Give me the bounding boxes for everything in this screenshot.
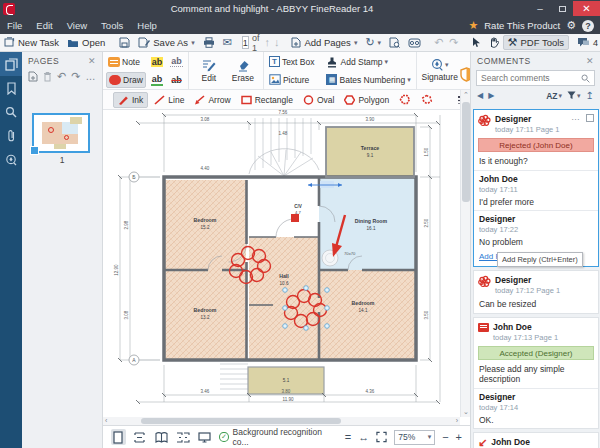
scroll-down-icon[interactable]: ⌄: [463, 408, 469, 416]
sidebar-pages-tab[interactable]: [0, 52, 22, 76]
close-button[interactable]: ✕: [573, 1, 600, 16]
page-preview-button[interactable]: [385, 36, 404, 49]
ink-tool-button[interactable]: Ink: [113, 92, 148, 108]
comment-thread-1[interactable]: Designer today 17:11 Page 1 … Rejected (…: [473, 109, 599, 267]
open-button[interactable]: Open: [63, 36, 109, 49]
find-button[interactable]: [404, 37, 425, 49]
restore-button[interactable]: [551, 1, 573, 16]
sidebar-signatures-tab[interactable]: [0, 148, 22, 172]
redo-icon[interactable]: ↷: [449, 37, 458, 48]
comment-thread-2[interactable]: Designer today 17:12 Page 1 Can be resiz…: [473, 270, 599, 314]
add-page-icon[interactable]: [28, 71, 38, 82]
prev-page-icon[interactable]: ↑: [264, 37, 270, 48]
email-button[interactable]: ✉: [219, 36, 236, 49]
rotate-left-icon[interactable]: ↶: [57, 70, 66, 83]
comment-more-button[interactable]: …: [571, 114, 580, 120]
save-as-button[interactable]: Save As ▾: [134, 36, 198, 49]
minimize-button[interactable]: –: [529, 1, 551, 16]
comment-thread-3[interactable]: John Doe today 17:13 Page 1 Accepted (De…: [473, 317, 599, 429]
rate-product-link[interactable]: Rate This Product: [484, 20, 560, 31]
strikethrough-tool-button[interactable]: ab: [168, 72, 185, 88]
rotate-right-icon[interactable]: ↷: [71, 70, 80, 83]
comment-checkbox[interactable]: [586, 114, 594, 122]
picture-tool-button[interactable]: Picture: [267, 72, 317, 88]
menu-tools[interactable]: Tools: [94, 20, 130, 31]
prev-comment-button[interactable]: ◀: [477, 91, 483, 100]
sidebar-search-tab[interactable]: [0, 100, 22, 124]
menu-edit[interactable]: Edit: [29, 20, 59, 31]
polygon-tool-button[interactable]: Polygon: [340, 92, 393, 108]
document-canvas[interactable]: 7.56 3.90 3.08 1.48 4.40 12.90 2.98 3.08…: [103, 110, 460, 417]
next-comment-button[interactable]: ▶: [488, 91, 494, 100]
delete-page-icon[interactable]: [43, 71, 52, 82]
sidebar-attachments-tab[interactable]: [0, 124, 22, 148]
scroll-left-icon[interactable]: ‹: [105, 417, 107, 424]
note-annotation-marker[interactable]: [291, 214, 299, 222]
help-icon[interactable]: ?: [582, 20, 594, 32]
erase-tool-button[interactable]: Erase: [226, 59, 260, 83]
fit-page-width-lines-button[interactable]: =: [345, 431, 351, 443]
next-page-icon[interactable]: ↓: [274, 37, 280, 48]
comments-search-box[interactable]: [476, 70, 595, 86]
dim-label: 3.46: [201, 389, 210, 394]
facing-scrolling-view-button[interactable]: [176, 429, 191, 445]
freeform-cloud-tool-button[interactable]: [417, 92, 437, 108]
line-tool-button[interactable]: Line: [150, 92, 188, 108]
fullscreen-view-button[interactable]: [198, 429, 213, 445]
insert-text-tool-button[interactable]: ab: [168, 54, 185, 70]
fit-width-button[interactable]: ↔: [358, 431, 369, 443]
sort-comments-button[interactable]: AZ ▾: [546, 91, 562, 101]
rectangle-tool-button[interactable]: Rectangle: [237, 92, 297, 108]
text-box-tool-button[interactable]: T Text Box: [267, 54, 317, 70]
menu-view[interactable]: View: [60, 20, 94, 31]
zoom-select[interactable]: 75% ▾: [394, 430, 435, 445]
note-tool-button[interactable]: Note: [106, 54, 146, 70]
draw-tool-button[interactable]: Draw: [106, 72, 146, 88]
comments-search-input[interactable]: [481, 73, 581, 83]
comments-count-button[interactable]: 4: [573, 36, 600, 49]
settings-gear-icon[interactable]: ⚙: [566, 19, 576, 32]
oval-tool-button[interactable]: Oval: [299, 92, 338, 108]
scroll-up-icon[interactable]: ⌃: [463, 91, 469, 99]
scrolling-view-button[interactable]: [133, 429, 148, 445]
menu-file[interactable]: File: [0, 20, 29, 31]
horizontal-scroll-thumb[interactable]: [141, 418, 341, 424]
highlight-tool-button[interactable]: ab: [149, 54, 166, 70]
comment-meta: today 17:11 Page 1: [495, 125, 567, 134]
filter-comments-button[interactable]: ▾: [567, 91, 581, 100]
cloud-tool-button[interactable]: [395, 92, 415, 108]
page-thumbnail[interactable]: [32, 113, 90, 153]
rotate-button[interactable]: ↻ ▾: [361, 36, 385, 49]
add-stamp-button[interactable]: Add Stamp ▾: [324, 54, 412, 70]
more-pages-actions-icon[interactable]: …: [85, 71, 95, 82]
save-button[interactable]: [115, 36, 134, 49]
horizontal-scrollbar[interactable]: ‹ ›: [103, 417, 460, 425]
bates-numbering-button[interactable]: ▦ Bates Numbering ▾: [324, 72, 412, 88]
comments-panel-close-icon[interactable]: ✕: [586, 56, 594, 66]
single-page-view-button[interactable]: [111, 429, 126, 445]
new-task-button[interactable]: New Task: [0, 36, 63, 49]
pages-panel-close-icon[interactable]: ✕: [88, 56, 96, 66]
scroll-right-icon[interactable]: ›: [456, 417, 458, 424]
arrow-tool-button[interactable]: Arrow: [190, 92, 234, 108]
pdf-tools-button[interactable]: ⚒ PDF Tools: [503, 35, 570, 50]
facing-pages-view-button[interactable]: [154, 429, 169, 445]
collapse-comments-button[interactable]: ↥: [586, 90, 594, 101]
comment-thread-4[interactable]: ↙ John Doe today 17:16 Page 1 What's thi…: [473, 432, 599, 448]
vertical-scroll-thumb[interactable]: [462, 102, 470, 202]
print-button[interactable]: [199, 36, 219, 49]
vertical-scrollbar[interactable]: ⌃ ⌄: [460, 90, 470, 417]
add-pages-button[interactable]: Add Pages ▾: [287, 36, 361, 49]
underline-tool-button[interactable]: ab: [149, 72, 166, 88]
fit-page-button[interactable]: [376, 431, 387, 443]
select-tool-button[interactable]: [468, 36, 485, 49]
hand-tool-button[interactable]: [485, 36, 503, 49]
zoom-out-button[interactable]: −: [442, 431, 448, 443]
edit-tool-button[interactable]: Edit: [192, 59, 226, 83]
menu-help[interactable]: Help: [130, 20, 164, 31]
page-number-input[interactable]: 1: [242, 36, 249, 49]
zoom-in-button[interactable]: +: [456, 431, 462, 443]
signature-button[interactable]: ▾ Signature: [420, 59, 460, 82]
undo-icon[interactable]: ↶: [434, 37, 443, 48]
sidebar-bookmarks-tab[interactable]: [0, 76, 22, 100]
